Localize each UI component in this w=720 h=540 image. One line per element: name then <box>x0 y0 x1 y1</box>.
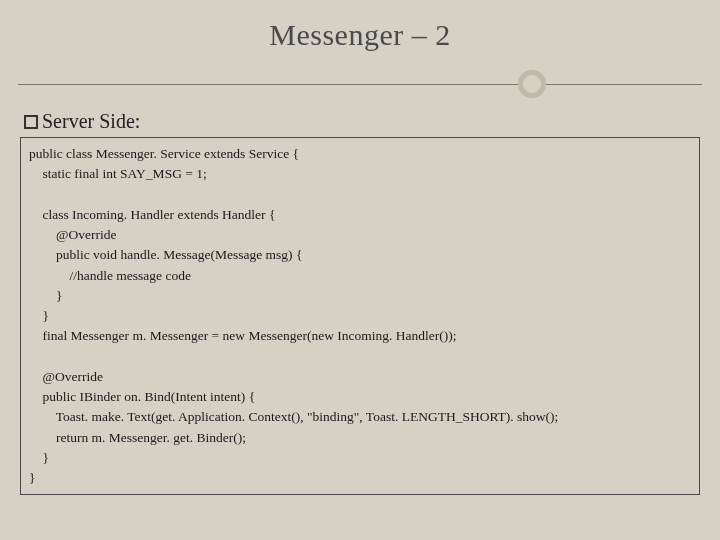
divider-circle-icon <box>518 70 546 98</box>
title-divider <box>18 70 702 98</box>
divider-line-right <box>546 84 702 85</box>
subheader-text: Server Side: <box>42 110 140 133</box>
slide: Messenger – 2 Server Side: public class … <box>18 8 702 532</box>
square-bullet-icon <box>24 115 38 129</box>
divider-line-left <box>18 84 518 85</box>
code-block: public class Messenger. Service extends … <box>20 137 700 495</box>
subheader: Server Side: <box>24 110 696 133</box>
slide-title: Messenger – 2 <box>18 18 702 52</box>
